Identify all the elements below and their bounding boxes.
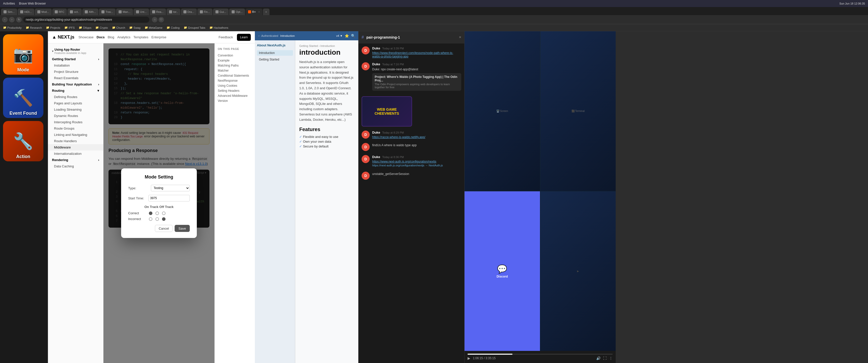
activities-label[interactable]: Activities xyxy=(3,2,15,5)
address-bar[interactable]: nextjs.org/docs/app/building-your-applic… xyxy=(23,16,149,23)
sidebar-group-rendering[interactable]: Rendering› xyxy=(48,157,103,163)
app-icon-mode[interactable]: 📷 Mode xyxy=(3,34,43,75)
play-button[interactable]: ▶ xyxy=(468,356,470,360)
tab-gui[interactable]: Gui... xyxy=(213,8,228,15)
back-button[interactable]: ‹ xyxy=(2,17,7,23)
otp-nextresponse[interactable]: NextResponse xyxy=(218,78,252,83)
modal-correct-radio-1[interactable] xyxy=(149,211,152,215)
chat-close-button[interactable]: × xyxy=(459,35,461,40)
sidebar-item-middleware[interactable]: Middleware xyxy=(48,144,103,151)
sidebar-item-react-essentials[interactable]: React Essentials xyxy=(48,75,103,81)
modal-incorrect-radio-1[interactable] xyxy=(149,217,152,221)
bookmark-hackathons[interactable]: 📁 Hackathons xyxy=(209,26,229,30)
tab-alth[interactable]: Alth... xyxy=(82,8,98,15)
tab-mod[interactable]: Mod... xyxy=(35,8,52,15)
sidebar-item-project-structure[interactable]: Project Structure xyxy=(48,69,103,75)
bookmark-coding[interactable]: 📁 Coding xyxy=(165,26,181,30)
sidebar-item-route-handlers[interactable]: Route Handlers xyxy=(48,138,103,144)
tab-unt[interactable]: Unt... xyxy=(133,8,149,15)
nextauth-breadcrumb-back[interactable]: ← Authenticated xyxy=(258,34,278,37)
sidebar-item-route-groups[interactable]: Route Groups xyxy=(48,125,103,132)
nextauth-version[interactable]: v4 ▼ xyxy=(336,34,343,37)
nextauth-search-icon[interactable]: 🔍 xyxy=(351,34,355,38)
sidebar-item-defining-routes[interactable]: Defining Routes xyxy=(48,94,103,100)
more-options-button[interactable]: ⋮ xyxy=(609,356,613,360)
tab-trav[interactable]: Trav... xyxy=(99,8,116,15)
otp-matcher[interactable]: Matcher xyxy=(218,68,252,73)
bookmark-metagame[interactable]: 📁 MetaGame xyxy=(144,26,163,30)
reload-button[interactable]: ↻ xyxy=(16,17,22,23)
tab-fin[interactable]: Fin... xyxy=(197,8,213,15)
sidebar-group-getting-started[interactable]: Getting Started› xyxy=(48,56,103,62)
nextauth-sidebar-intro[interactable]: Introduction xyxy=(257,50,293,56)
bookmark-projects[interactable]: 📁 Projects xyxy=(45,26,61,30)
tab-man[interactable]: Man... xyxy=(116,8,133,15)
tab-oct[interactable]: oct.. xyxy=(67,8,82,15)
chat-msg-link-3[interactable]: https://racce-where-is-waldo.netlify.app… xyxy=(372,135,426,139)
sidebar-group-routing[interactable]: Routing▾ xyxy=(48,88,103,94)
sidebar-item-data-caching[interactable]: Data Caching xyxy=(48,163,103,169)
tab-sim[interactable]: Sim... xyxy=(1,8,17,15)
otp-convention[interactable]: Convention xyxy=(218,53,252,58)
modal-type-select[interactable]: Testing Production Development xyxy=(151,185,190,191)
progress-bar[interactable] xyxy=(468,354,613,355)
tab-tor[interactable]: tor.. xyxy=(166,8,180,15)
learn-button[interactable]: Learn xyxy=(237,34,251,41)
modal-save-button[interactable]: Save xyxy=(175,225,190,232)
sidebar-group-building[interactable]: Building Your Application› xyxy=(48,81,103,88)
chat-msg-link-1[interactable]: https://www.theodinproject.com/lessons/n… xyxy=(372,51,461,58)
modal-cancel-button[interactable]: Cancel xyxy=(155,225,173,232)
modal-correct-radio-3[interactable] xyxy=(162,211,165,215)
tab-rfc[interactable]: RFC xyxy=(52,8,67,15)
forward-button[interactable]: › xyxy=(9,17,14,23)
tab-rea[interactable]: Rea... xyxy=(150,8,166,15)
nextauth-github-icon[interactable]: ⭐ xyxy=(345,34,349,38)
feedback-label[interactable]: Feedback xyxy=(218,35,233,39)
modal-time-input[interactable] xyxy=(148,195,190,201)
nextauth-sidebar-getting-started[interactable]: Getting Started xyxy=(257,57,293,62)
tab-dra[interactable]: Dra... xyxy=(181,8,197,15)
otp-conditional[interactable]: Conditional Statements xyxy=(218,73,252,78)
nav-showcase[interactable]: Showcase xyxy=(79,35,94,39)
app-icon-event[interactable]: 🔨 Event Found xyxy=(3,78,43,118)
otp-using-cookies[interactable]: Using Cookies xyxy=(218,83,252,88)
nav-docs[interactable]: Docs xyxy=(97,35,105,39)
shield-btn[interactable]: 🛡 xyxy=(158,17,164,23)
nav-templates[interactable]: Templates xyxy=(133,35,148,39)
bookmark-swag[interactable]: 📁 Swag xyxy=(128,26,142,30)
otp-example[interactable]: Example xyxy=(218,58,252,63)
bookmark-research[interactable]: 📁 Research xyxy=(25,26,43,30)
sidebar-item-dynamic-routes[interactable]: Dynamic Routes xyxy=(48,113,103,119)
nav-analytics[interactable]: Analytics xyxy=(117,35,130,39)
tab-hidi[interactable]: HiDi... xyxy=(18,8,34,15)
otp-version[interactable]: Version xyxy=(218,98,252,103)
otp-advanced[interactable]: Advanced Middleware xyxy=(218,93,252,98)
using-app-router[interactable]: ▾ Using App Router Features available in… xyxy=(48,46,103,56)
tab-rx[interactable]: R×× xyxy=(246,8,262,15)
chat-msg-sublink-5[interactable]: https://next-auth.js.org/configuration/n… xyxy=(372,163,443,168)
fullscreen-button[interactable]: ⛶ xyxy=(603,356,607,360)
browser-label[interactable]: Brave Web Browser xyxy=(19,2,46,5)
sidebar-item-internationalization[interactable]: Internationalization xyxy=(48,151,103,157)
tab-new[interactable]: + xyxy=(263,8,270,15)
otp-matching[interactable]: Matching Paths xyxy=(218,63,252,68)
sidebar-item-pages-layouts[interactable]: Pages and Layouts xyxy=(48,100,103,106)
chat-msg-link-5[interactable]: https://www.next-auth.js.org/configurati… xyxy=(372,160,443,163)
bookmark-church[interactable]: 📁 Church xyxy=(111,26,126,30)
modal-incorrect-radio-3[interactable] xyxy=(162,217,165,221)
bookmark-dapps[interactable]: 📁 DApps xyxy=(78,26,92,30)
bookmark-grouped[interactable]: 📁 Grouped Tabs xyxy=(183,26,207,30)
modal-correct-radio-2[interactable] xyxy=(155,211,159,215)
otp-setting-headers[interactable]: Setting Headers xyxy=(218,88,252,93)
sidebar-item-loading[interactable]: Loading Streaming xyxy=(48,106,103,113)
sidebar-item-intercepting[interactable]: Intercepting Routes xyxy=(48,119,103,125)
bookmark-ipfs[interactable]: 📁 IPFS xyxy=(63,26,76,30)
bookmark-productivity[interactable]: 📁 Productivity xyxy=(2,26,23,30)
tab-opt[interactable]: Opt... xyxy=(229,8,245,15)
volume-button[interactable]: 🔊 xyxy=(596,356,600,360)
sidebar-item-linking[interactable]: Linking and Navigating xyxy=(48,132,103,138)
modal-incorrect-radio-2[interactable] xyxy=(155,217,159,221)
app-icon-action[interactable]: 🔧 Action xyxy=(3,121,43,161)
nav-enterprise[interactable]: Enterprise xyxy=(151,35,166,39)
bookmark-crypto[interactable]: 📁 Crypto xyxy=(94,26,109,30)
